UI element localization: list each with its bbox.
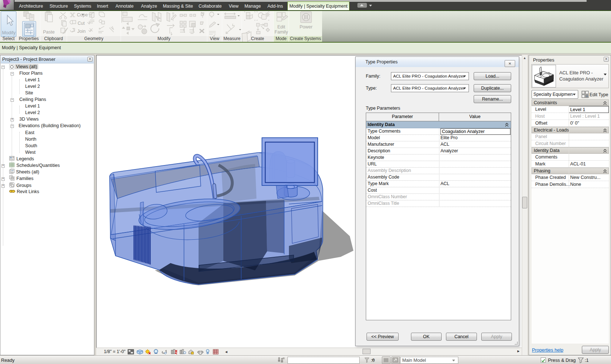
svg-text:Paste: Paste	[43, 30, 55, 35]
svg-text:Cope: Cope	[77, 12, 88, 17]
svg-text:Edit: Edit	[277, 24, 285, 30]
svg-text:Family: Family	[275, 30, 289, 35]
svg-text:Power: Power	[299, 24, 312, 30]
svg-text:Cut: Cut	[78, 21, 85, 26]
svg-text:Join: Join	[77, 29, 86, 34]
